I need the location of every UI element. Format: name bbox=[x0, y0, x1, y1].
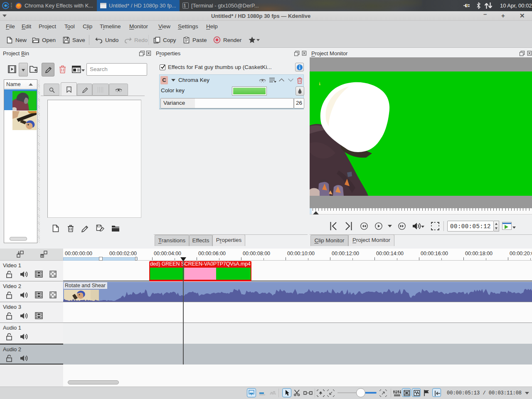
svg-text:$: $ bbox=[184, 3, 185, 7]
